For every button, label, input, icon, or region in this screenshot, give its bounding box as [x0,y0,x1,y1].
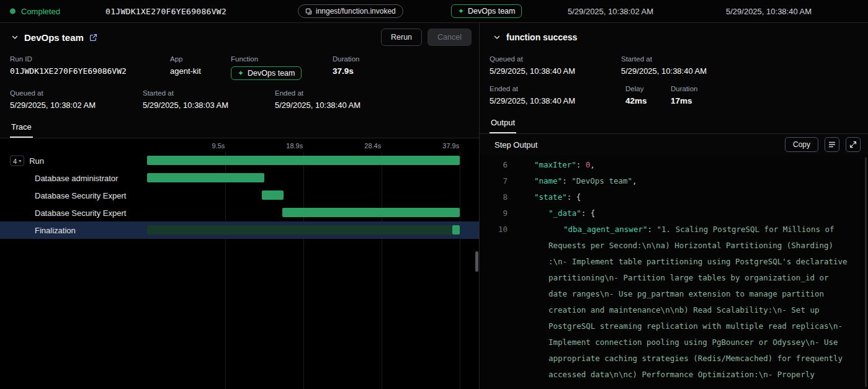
code-line-content: "maxIter": 0, [519,157,595,173]
trace-row[interactable]: Database Security Expert [0,187,479,204]
axis-tick-label: 28.4s [364,142,381,150]
run-status: Completed [10,7,60,16]
trace-span-bar[interactable] [262,190,284,200]
trace-row[interactable]: Database Security Expert [0,204,479,221]
code-line-content: "dba_agent_answer": "1. Scaling PostgreS… [519,221,834,238]
code-line-content: date ranges\n- Use pg_partman extension … [519,286,824,302]
line-number [480,302,508,318]
line-number [480,318,508,334]
trace-span-bar[interactable] [147,225,460,235]
app-link[interactable]: agent-kit [170,66,231,76]
run-id-label: Run ID [10,55,170,63]
trace-panel: 9.5s18.9s28.4s37.9s 4▾RunDatabase admini… [0,138,479,389]
code-line: accessed data\n\nc) Performance Optimiza… [480,367,868,383]
event-badge-label: inngest/function.invoked [316,7,396,16]
queued-at-label: Queued at [490,55,621,63]
trace-row[interactable]: 4▾Run [0,152,479,169]
code-line-content: Requests per Second:\n\na) Horizontal Pa… [519,238,833,254]
axis-tick-label: 18.9s [286,142,303,150]
code-line-content: :\n- Implement table partitioning using … [519,254,848,270]
line-number [480,254,508,270]
function-badge[interactable]: ✦ DevOps team [451,4,522,18]
code-line: 7"name": "DevOps team", [480,173,868,189]
step-duration-label: Duration [671,85,697,92]
code-line-content: "_data": { [519,205,595,221]
scrollbar-thumb[interactable] [475,251,478,272]
span-count-chip[interactable]: 4▾ [10,156,24,166]
trace-span-bar[interactable] [282,208,460,217]
code-line: 9"_data": { [480,205,868,221]
code-line: :\n- Implement table partitioning using … [480,254,868,270]
code-line: PostgreSQL streaming replication with mu… [480,318,868,334]
trace-span-bar[interactable] [147,156,460,165]
delay-label: Delay [625,85,671,92]
right-tabs: Output [480,115,868,134]
copy-button[interactable]: Copy [785,137,818,152]
code-line: 10"dba_agent_answer": "1. Scaling Postgr… [480,221,868,238]
trace-rows: 4▾RunDatabase administratorDatabase Secu… [0,152,479,239]
event-icon [305,8,312,15]
sparkle-icon: ✦ [458,7,464,15]
trace-row-label: Database Security Expert [35,208,126,218]
wrap-lines-button[interactable] [825,137,839,152]
output-code-viewer[interactable]: 6"maxIter": 0,7"name": "DevOps team",8"s… [480,155,868,389]
trace-span-bar[interactable] [147,173,264,182]
cancel-button[interactable]: Cancel [427,29,472,46]
trace-row-label-group: Database Security Expert [35,208,126,218]
code-line-content: "name": "DevOps team", [519,173,637,189]
queued-at-value: 5/29/2025, 10:38:02 AM [10,101,143,110]
trace-row-label-group: Database Security Expert [35,191,126,200]
line-number: 8 [480,189,508,205]
expand-icon [849,141,857,148]
ended-at-value: 5/29/2025, 10:38:40 AM [275,101,360,110]
ended-at-label: Ended at [490,85,625,92]
lines-icon [828,141,836,148]
function-label: Function [231,55,333,63]
topbar-queued-time: 5/29/2025, 10:38:02 AM [568,7,653,16]
code-scrollbar[interactable] [865,157,867,387]
chevron-down-icon: ▾ [19,158,21,164]
code-line: date ranges\n- Use pg_partman extension … [480,286,868,302]
axis-tick-label: 9.5s [212,142,225,150]
ended-at-label: Ended at [275,89,360,97]
app-label: App [170,55,231,63]
code-line: partitioning\n- Partition large tables b… [480,270,868,286]
code-line-content: PostgreSQL streaming replication with mu… [519,318,843,334]
code-line-content: partitioning\n- Partition large tables b… [519,270,829,286]
delay-value: 42ms [625,96,671,105]
tab-trace[interactable]: Trace [10,119,33,138]
trace-row-label: Database Security Expert [35,191,126,200]
run-title: DevOps team [24,32,84,43]
line-number [480,286,508,302]
expand-button[interactable] [846,137,861,152]
code-line: Implement connection pooling using PgBou… [480,334,868,351]
chevron-down-icon[interactable] [493,34,501,41]
chevron-down-icon[interactable] [11,34,19,41]
run-id-value: 01JWDK1XE270F6YE69086VW2 [10,66,170,76]
code-line: Requests per Second:\n\na) Horizontal Pa… [480,238,868,254]
run-details-panel: DevOps team Rerun Cancel Run ID 01JWDK1X… [0,23,480,389]
line-number: 10 [480,221,508,238]
event-badge[interactable]: inngest/function.invoked [298,4,403,18]
external-link-icon[interactable] [89,34,97,42]
started-at-value: 5/29/2025, 10:38:40 AM [621,66,707,76]
queued-at-label: Queued at [10,89,143,97]
left-tabs: Trace [0,119,479,138]
trace-row[interactable]: Finalization [0,221,479,239]
function-badge-label: DevOps team [468,7,515,16]
trace-row-label: Finalization [35,226,76,235]
function-pill[interactable]: ✦ DevOps team [231,66,302,80]
code-line-content: accessed data\n\nc) Performance Optimiza… [519,367,815,383]
trace-row[interactable]: Database administrator [0,169,479,187]
trace-row-label: Run [29,156,44,166]
trace-row-label-group: 4▾Run [10,156,44,166]
code-line-content: creation and maintenance\n\nb) Read Scal… [519,302,820,318]
status-label: Completed [21,7,60,16]
rerun-button[interactable]: Rerun [381,29,422,46]
trace-span-bar[interactable] [452,225,460,235]
line-number: 9 [480,205,508,221]
sparkle-icon: ✦ [238,69,244,77]
tab-output[interactable]: Output [490,115,516,133]
line-number [480,270,508,286]
function-pill-label: DevOps team [248,69,295,78]
